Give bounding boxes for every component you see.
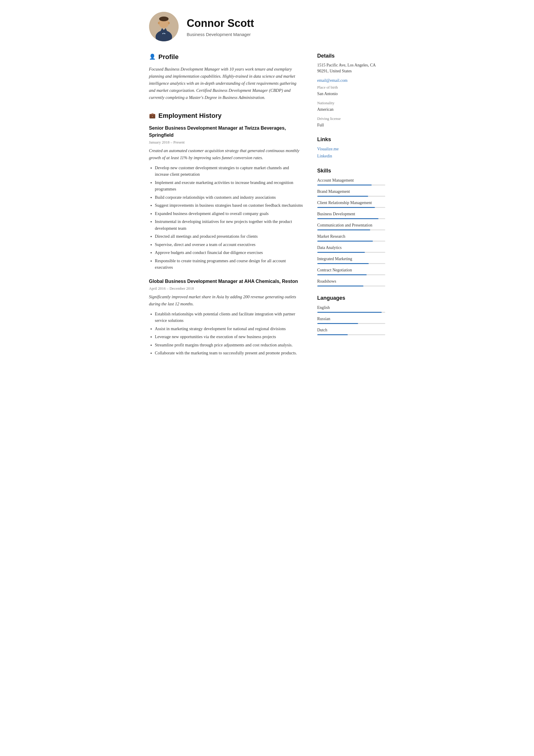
jobs-container: Senior Business Development Manager at T… — [149, 124, 303, 357]
details-section: Details 1515 Pacific Ave, Los Angeles, C… — [317, 52, 385, 128]
bullet-item: Directed all meetings and produced prese… — [155, 233, 303, 239]
job-title: Senior Business Development Manager at T… — [149, 124, 303, 139]
languages-section: Languages EnglishRussianDutch — [317, 294, 385, 335]
skill-item: Business Development — [317, 211, 385, 219]
skill-bar-bg — [317, 185, 385, 185]
header-info: Connor Scott Business Development Manage… — [187, 15, 254, 38]
driving-license: Full — [317, 122, 385, 128]
bullet-item: Develop new customer development strateg… — [155, 165, 303, 178]
bullet-item: Establish relationships with potential c… — [155, 311, 303, 324]
avatar — [149, 12, 178, 41]
language-item: Dutch — [317, 327, 385, 335]
language-bar-fill — [317, 312, 382, 313]
skill-name: Data Analytics — [317, 245, 385, 251]
bullet-item: Collaborate with the marketing team to s… — [155, 350, 303, 356]
left-column: 👤 Profile Focused Business Development M… — [149, 52, 303, 366]
profile-title-text: Profile — [158, 52, 178, 62]
links-section: Links Visualize.meLinkedin — [317, 136, 385, 159]
job-item: Global Business Development Manager at A… — [149, 278, 303, 357]
job-summary: Significantly improved market share in A… — [149, 293, 303, 308]
employment-title-text: Employment History — [158, 111, 222, 121]
skill-item: Contract Negotiation — [317, 267, 385, 275]
skill-bar-fill — [317, 241, 373, 242]
skill-bar-fill — [317, 218, 378, 219]
bullet-item: Streamline profit margins through price … — [155, 342, 303, 348]
skill-bar-fill — [317, 263, 369, 264]
language-bar-bg — [317, 323, 385, 324]
skill-bar-bg — [317, 207, 385, 208]
skill-bar-fill — [317, 196, 368, 197]
skill-bar-bg — [317, 274, 385, 275]
right-column: Details 1515 Pacific Ave, Los Angeles, C… — [317, 52, 385, 366]
link-item[interactable]: Linkedin — [317, 153, 385, 159]
person-name: Connor Scott — [187, 15, 254, 31]
skill-bar-fill — [317, 185, 372, 185]
main-layout: 👤 Profile Focused Business Development M… — [149, 52, 385, 366]
profile-icon: 👤 — [149, 53, 156, 61]
place-of-birth-label: Place of birth — [317, 85, 385, 90]
skill-bar-bg — [317, 230, 385, 230]
email-link[interactable]: email@email.com — [317, 77, 385, 84]
bullet-item: Expanded business development aligned to… — [155, 210, 303, 217]
language-item: Russian — [317, 316, 385, 324]
bullet-item: Leverage new opportunities via the execu… — [155, 334, 303, 340]
job-date: January 2018 – Present — [149, 139, 303, 145]
skill-bar-bg — [317, 241, 385, 242]
place-of-birth: San Antonio — [317, 91, 385, 97]
job-date: April 2016 – December 2018 — [149, 285, 303, 291]
language-name: Dutch — [317, 327, 385, 333]
language-name: Russian — [317, 316, 385, 322]
skill-bar-bg — [317, 285, 385, 286]
bullet-item: Instrumental in developing initiatives f… — [155, 218, 303, 231]
skill-bar-fill — [317, 274, 367, 275]
bullet-item: Responsible to create training programme… — [155, 257, 303, 271]
skill-name: Communication and Presentation — [317, 222, 385, 228]
languages-title: Languages — [317, 294, 385, 302]
svg-point-6 — [158, 22, 160, 24]
nationality-label: Nationality — [317, 100, 385, 106]
skill-name: Brand Management — [317, 188, 385, 195]
header: Connor Scott Business Development Manage… — [149, 12, 385, 41]
language-name: English — [317, 305, 385, 311]
language-bar-bg — [317, 312, 385, 313]
employment-section-title: 💼 Employment History — [149, 111, 303, 121]
skill-bar-fill — [317, 285, 363, 286]
skills-container: Account ManagementBrand ManagementClient… — [317, 177, 385, 286]
language-bar-fill — [317, 334, 348, 335]
job-item: Senior Business Development Manager at T… — [149, 124, 303, 271]
profile-section: 👤 Profile Focused Business Development M… — [149, 52, 303, 101]
skill-bar-bg — [317, 263, 385, 264]
resume-page: Connor Scott Business Development Manage… — [134, 0, 400, 384]
skill-bar-bg — [317, 196, 385, 197]
employment-section: 💼 Employment History Senior Business Dev… — [149, 111, 303, 357]
links-title: Links — [317, 136, 385, 144]
skill-bar-bg — [317, 218, 385, 219]
skill-bar-fill — [317, 207, 375, 208]
language-bar-fill — [317, 323, 358, 324]
skill-name: Market Research — [317, 233, 385, 239]
skills-section: Skills Account ManagementBrand Managemen… — [317, 167, 385, 286]
skill-item: Brand Management — [317, 188, 385, 197]
skill-item: Market Research — [317, 233, 385, 242]
skill-bar-bg — [317, 252, 385, 253]
skill-bar-fill — [317, 252, 365, 253]
skill-name: Business Development — [317, 211, 385, 217]
skill-bar-fill — [317, 230, 370, 230]
links-container: Visualize.meLinkedin — [317, 146, 385, 159]
languages-container: EnglishRussianDutch — [317, 305, 385, 335]
skill-item: Data Analytics — [317, 245, 385, 253]
svg-point-7 — [168, 22, 170, 24]
person-title: Business Development Manager — [187, 31, 254, 38]
bullet-item: Suggest improvements in business strateg… — [155, 202, 303, 208]
link-item[interactable]: Visualize.me — [317, 146, 385, 152]
bullet-item: Supervise, direct and oversee a team of … — [155, 241, 303, 248]
profile-text: Focused Business Development Manager wit… — [149, 66, 303, 101]
language-item: English — [317, 305, 385, 313]
job-title: Global Business Development Manager at A… — [149, 278, 303, 285]
skill-name: Account Management — [317, 177, 385, 183]
skill-item: Integrated Marketing — [317, 256, 385, 264]
details-title: Details — [317, 52, 385, 60]
employment-icon: 💼 — [149, 112, 156, 120]
skill-name: Contract Negotiation — [317, 267, 385, 273]
job-summary: Created an automated customer acquisitio… — [149, 148, 303, 162]
